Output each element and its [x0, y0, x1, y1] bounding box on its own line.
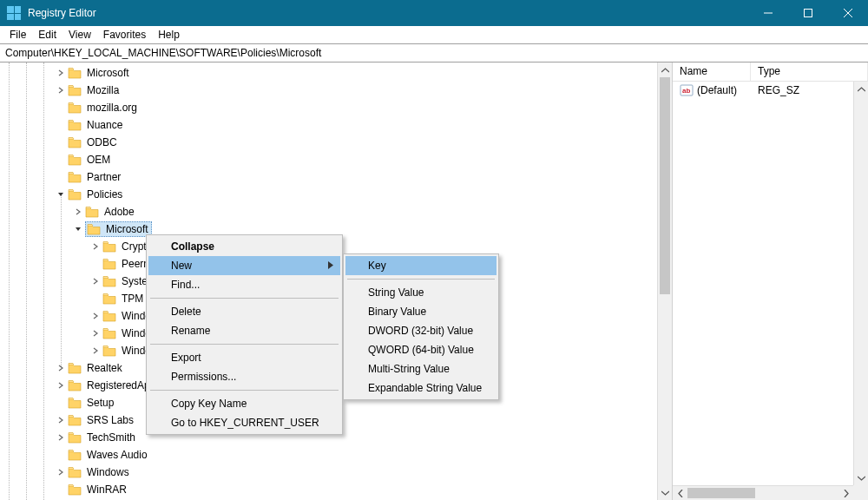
- menu-item-label: Export: [171, 352, 201, 364]
- menu-separator: [150, 390, 339, 391]
- chevron-right-icon[interactable]: [56, 467, 66, 477]
- tree-item-mozilla[interactable]: Mozilla: [0, 82, 672, 99]
- chevron-right-icon[interactable]: [56, 432, 66, 443]
- menu-favorites[interactable]: Favorites: [97, 27, 152, 43]
- ctx-delete[interactable]: Delete: [148, 302, 340, 321]
- tree-item-label: Mozilla: [85, 83, 121, 97]
- chevron-right-icon[interactable]: [56, 363, 66, 373]
- ctx-find[interactable]: Find...: [148, 275, 340, 294]
- tree-item-windows[interactable]: Windows: [0, 464, 672, 481]
- tree-spacer: [56, 137, 66, 148]
- tree-spacer: [90, 293, 101, 304]
- sub-multi-string-value[interactable]: Multi-String Value: [345, 359, 496, 378]
- address-text: Computer\HKEY_LOCAL_MACHINE\SOFTWARE\Pol…: [5, 47, 321, 59]
- chevron-down-icon[interactable]: [73, 224, 83, 234]
- menu-item-label: QWORD (64-bit) Value: [368, 344, 474, 356]
- address-bar[interactable]: Computer\HKEY_LOCAL_MACHINE\SOFTWARE\Pol…: [0, 43, 868, 62]
- tree-item-nuance[interactable]: Nuance: [0, 116, 672, 134]
- scroll-up-icon[interactable]: [658, 62, 672, 77]
- tree-item-label: mozilla.org: [85, 101, 139, 115]
- sub-expandable-string-value[interactable]: Expandable String Value: [345, 378, 496, 398]
- ctx-rename[interactable]: Rename: [148, 321, 340, 340]
- menu-item-label: Rename: [171, 325, 210, 337]
- ctx-export[interactable]: Export: [148, 348, 340, 367]
- tree-item-label: Waves Audio: [85, 448, 149, 462]
- chevron-down-icon[interactable]: [56, 189, 66, 200]
- close-button[interactable]: [828, 0, 868, 26]
- menu-item-label: Key: [368, 260, 386, 272]
- chevron-right-icon[interactable]: [90, 345, 101, 356]
- tree-item-mozilla-org[interactable]: mozilla.org: [0, 99, 672, 116]
- scroll-up-icon[interactable]: [854, 82, 868, 96]
- tree-item-odbc[interactable]: ODBC: [0, 134, 672, 151]
- tree-item-label: Adobe: [102, 205, 136, 219]
- chevron-right-icon[interactable]: [90, 241, 101, 252]
- menu-item-label: Delete: [171, 306, 201, 318]
- scroll-corner: [853, 485, 868, 500]
- menu-file[interactable]: File: [3, 27, 32, 43]
- values-vertical-scrollbar[interactable]: [853, 82, 868, 485]
- scroll-right-icon[interactable]: [838, 486, 853, 500]
- sub-binary-value[interactable]: Binary Value: [345, 302, 496, 321]
- sub-string-value[interactable]: String Value: [345, 283, 496, 302]
- tree-item-label: Windows: [85, 465, 131, 479]
- sub-dword-32-bit-value[interactable]: DWORD (32-bit) Value: [345, 321, 496, 340]
- tree-item-microsoft[interactable]: Microsoft: [0, 64, 672, 82]
- menu-separator: [150, 344, 339, 345]
- scroll-left-icon[interactable]: [673, 486, 687, 500]
- values-horizontal-scrollbar[interactable]: [673, 485, 853, 500]
- menu-help[interactable]: Help: [152, 27, 186, 43]
- ctx-copy-key-name[interactable]: Copy Key Name: [148, 394, 340, 413]
- tree-item-partner[interactable]: Partner: [0, 168, 672, 186]
- context-menu[interactable]: CollapseNewFind...DeleteRenameExportPerm…: [146, 234, 343, 435]
- context-submenu-new[interactable]: KeyString ValueBinary ValueDWORD (32-bit…: [343, 253, 499, 400]
- chevron-right-icon[interactable]: [90, 276, 101, 286]
- tree-item-label: Microsoft: [85, 66, 131, 80]
- tree-item-label: OEM: [85, 153, 112, 167]
- sub-qword-64-bit-value[interactable]: QWORD (64-bit) Value: [345, 340, 496, 359]
- menu-item-label: String Value: [368, 286, 424, 299]
- app-icon: [7, 6, 21, 20]
- maximize-button[interactable]: [788, 0, 828, 26]
- window-title: Registry Editor: [28, 7, 748, 19]
- menu-view[interactable]: View: [62, 27, 97, 43]
- chevron-right-icon[interactable]: [56, 85, 66, 95]
- value-type: REG_SZ: [758, 84, 799, 96]
- menu-separator: [150, 298, 339, 299]
- tree-spacer: [56, 172, 66, 182]
- menu-separator: [347, 279, 495, 280]
- submenu-arrow-icon: [328, 260, 333, 272]
- values-header[interactable]: Name Type: [673, 62, 868, 82]
- tree-item-label: Partner: [85, 170, 122, 184]
- chevron-right-icon[interactable]: [90, 311, 101, 321]
- minimize-button[interactable]: [748, 0, 788, 26]
- ctx-permissions[interactable]: Permissions...: [148, 367, 340, 386]
- scroll-down-icon[interactable]: [854, 470, 868, 485]
- scroll-down-icon[interactable]: [658, 485, 672, 500]
- chevron-right-icon[interactable]: [73, 207, 83, 217]
- tree-vertical-scrollbar[interactable]: [657, 62, 672, 500]
- chevron-right-icon[interactable]: [56, 415, 66, 425]
- chevron-right-icon[interactable]: [56, 68, 66, 78]
- tree-item-label: Realtek: [85, 361, 124, 375]
- string-value-icon: ab: [680, 83, 694, 97]
- svg-text:ab: ab: [682, 87, 690, 95]
- menu-edit[interactable]: Edit: [32, 27, 62, 43]
- ctx-collapse[interactable]: Collapse: [148, 237, 340, 256]
- tree-item-label: ODBC: [85, 135, 119, 149]
- scroll-thumb[interactable]: [660, 77, 670, 294]
- ctx-new[interactable]: New: [148, 256, 340, 275]
- ctx-go-to-hkey-current-user[interactable]: Go to HKEY_CURRENT_USER: [148, 413, 340, 432]
- column-header-type[interactable]: Type: [751, 62, 868, 81]
- tree-item-adobe[interactable]: Adobe: [0, 203, 672, 220]
- value-row[interactable]: ab(Default)REG_SZ: [673, 82, 868, 99]
- sub-key[interactable]: Key: [345, 256, 496, 275]
- column-header-name[interactable]: Name: [673, 62, 751, 81]
- tree-item-oem[interactable]: OEM: [0, 151, 672, 168]
- tree-spacer: [90, 259, 101, 269]
- chevron-right-icon[interactable]: [56, 380, 66, 391]
- tree-item-waves-audio[interactable]: Waves Audio: [0, 446, 672, 464]
- tree-item-policies[interactable]: Policies: [0, 186, 672, 203]
- chevron-right-icon[interactable]: [90, 328, 101, 339]
- tree-item-winrar[interactable]: WinRAR: [0, 481, 672, 498]
